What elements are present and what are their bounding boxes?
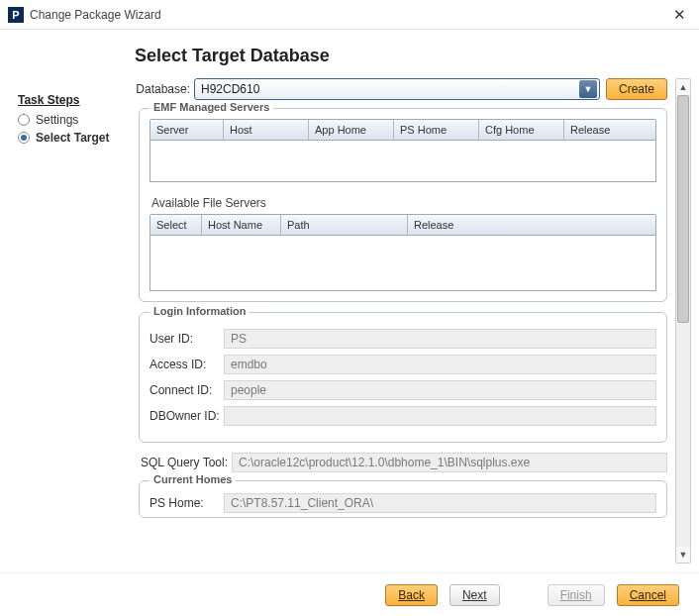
emf-group: EMF Managed Servers Server Host App Home… <box>139 108 667 302</box>
afs-table-header: Select Host Name Path Release <box>150 214 656 236</box>
title-bar: P Change Package Wizard ✕ <box>0 0 699 30</box>
database-value: H92CD610 <box>201 82 579 96</box>
window-title: Change Package Wizard <box>30 8 667 22</box>
afs-label: Available File Servers <box>151 196 656 210</box>
access-id-row: Access ID: emdbo <box>150 355 656 374</box>
finish-button: Finish <box>548 584 605 606</box>
close-icon[interactable]: ✕ <box>667 6 691 24</box>
current-homes-title: Current Homes <box>150 473 236 485</box>
create-button[interactable]: Create <box>606 78 667 100</box>
col-path[interactable]: Path <box>281 215 408 235</box>
database-label: Database: <box>135 82 190 96</box>
emf-table-body <box>150 141 656 182</box>
emf-group-title: EMF Managed Servers <box>150 101 273 113</box>
access-id-label: Access ID: <box>150 358 224 371</box>
back-button[interactable]: Back <box>385 584 438 606</box>
sql-tool-field: C:\oracle12c\product\12.1.0\dbhome_1\BIN… <box>232 453 667 472</box>
col-release[interactable]: Release <box>564 120 655 140</box>
user-id-field: PS <box>224 329 656 349</box>
page-title: Select Target Database <box>135 46 691 66</box>
task-steps-sidebar: Task Steps Settings Select Target <box>0 30 135 572</box>
scroll-down-icon[interactable]: ▼ <box>676 547 690 563</box>
col-host[interactable]: Host <box>224 120 309 140</box>
user-id-row: User ID: PS <box>150 329 656 349</box>
ps-home-row: PS Home: C:\PT8.57.11_Client_ORA\ <box>150 493 656 513</box>
access-id-field: emdbo <box>224 355 656 374</box>
connect-id-field: people <box>224 380 656 400</box>
ps-home-field: C:\PT8.57.11_Client_ORA\ <box>224 493 656 513</box>
dbowner-id-row: DBOwner ID: <box>150 406 656 426</box>
col-select[interactable]: Select <box>150 215 202 235</box>
current-homes-group: Current Homes PS Home: C:\PT8.57.11_Clie… <box>139 480 667 518</box>
scroll-thumb[interactable] <box>677 95 689 323</box>
wizard-footer: Back Next Finish Cancel <box>0 572 699 616</box>
sql-tool-label: SQL Query Tool: <box>141 456 232 469</box>
ps-home-label: PS Home: <box>150 496 224 510</box>
col-app-home[interactable]: App Home <box>309 120 394 140</box>
next-button[interactable]: Next <box>449 584 500 606</box>
database-combobox[interactable]: H92CD610 ▼ <box>194 78 600 100</box>
sql-tool-row: SQL Query Tool: C:\oracle12c\product\12.… <box>141 453 667 472</box>
database-row: Database: H92CD610 ▼ Create <box>135 78 667 100</box>
radio-icon <box>18 114 30 126</box>
step-settings[interactable]: Settings <box>18 111 127 129</box>
dbowner-id-field <box>224 406 656 426</box>
cancel-button[interactable]: Cancel <box>617 584 679 606</box>
radio-icon <box>18 132 30 144</box>
login-group: Login Information User ID: PS Access ID:… <box>139 312 667 443</box>
dbowner-id-label: DBOwner ID: <box>150 409 224 423</box>
login-group-title: Login Information <box>150 305 250 317</box>
emf-table-header: Server Host App Home PS Home Cfg Home Re… <box>150 119 656 141</box>
scroll-up-icon[interactable]: ▲ <box>676 79 690 95</box>
task-steps-header: Task Steps <box>18 93 127 107</box>
connect-id-row: Connect ID: people <box>150 380 656 400</box>
connect-id-label: Connect ID: <box>150 383 224 397</box>
col-server[interactable]: Server <box>150 120 224 140</box>
chevron-down-icon[interactable]: ▼ <box>579 80 597 98</box>
col-cfg-home[interactable]: Cfg Home <box>479 120 564 140</box>
step-label: Settings <box>36 113 78 127</box>
step-select-target[interactable]: Select Target <box>18 129 127 147</box>
app-icon: P <box>8 7 24 23</box>
col-release[interactable]: Release <box>408 215 655 235</box>
step-label: Select Target <box>36 131 109 145</box>
col-host-name[interactable]: Host Name <box>202 215 281 235</box>
col-ps-home[interactable]: PS Home <box>394 120 479 140</box>
user-id-label: User ID: <box>150 332 224 346</box>
afs-table-body <box>150 236 656 291</box>
vertical-scrollbar[interactable]: ▲ ▼ <box>675 78 691 564</box>
